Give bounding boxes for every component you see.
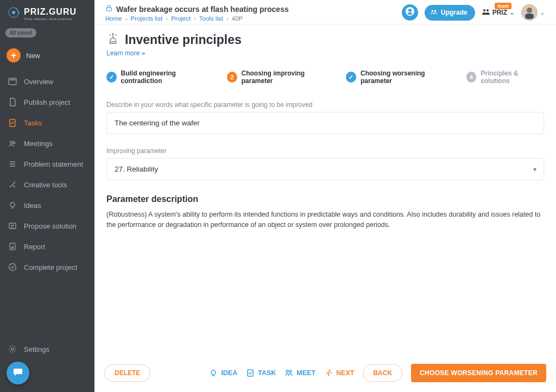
assistant-button[interactable] bbox=[402, 4, 418, 21]
step-label: Build engineering contradiction bbox=[121, 69, 212, 85]
crumb-sep: › bbox=[125, 15, 128, 22]
svg-point-13 bbox=[10, 203, 15, 207]
bulb-icon bbox=[8, 200, 17, 210]
svg-rect-15 bbox=[9, 223, 16, 229]
sidebar-item-overview[interactable]: Overview bbox=[0, 71, 94, 92]
idea-button[interactable]: IDEA bbox=[209, 369, 237, 377]
step-label: Principles & solutions bbox=[481, 69, 544, 85]
plus-icon: + bbox=[7, 48, 21, 62]
back-button[interactable]: BACK bbox=[363, 364, 402, 382]
step-3[interactable]: ✓ Choosing worsening parameter bbox=[346, 69, 451, 85]
team-badge: team bbox=[495, 3, 511, 9]
crumb-project[interactable]: Project bbox=[171, 15, 191, 22]
sidebar-item-label: Creative tools bbox=[24, 181, 67, 189]
content: Inventive principles Learn more » ✓ Buil… bbox=[94, 24, 556, 356]
step-4[interactable]: 4 Principles & solutions bbox=[466, 69, 544, 85]
step-number: 4 bbox=[466, 72, 477, 83]
task-icon bbox=[246, 369, 255, 377]
step-2[interactable]: 2 Choosing improving parameter bbox=[227, 69, 331, 85]
improving-label: Improving parameter bbox=[106, 147, 544, 155]
team-switcher[interactable]: team PRIZ ⌄ bbox=[482, 8, 515, 17]
sidebar-item-label: Publish project bbox=[24, 98, 70, 106]
task-button[interactable]: TASK bbox=[246, 369, 276, 377]
upgrade-icon bbox=[430, 8, 438, 17]
check-icon: ✓ bbox=[106, 72, 117, 83]
svg-point-2 bbox=[16, 8, 17, 9]
svg-rect-17 bbox=[11, 247, 12, 249]
sidebar-item-label: Propose solution bbox=[24, 222, 77, 230]
chevron-down-icon: ⌄ bbox=[509, 9, 515, 16]
svg-rect-18 bbox=[12, 246, 14, 249]
sidebar-item-label: Overview bbox=[24, 78, 53, 86]
brand-mark-icon bbox=[7, 5, 21, 22]
svg-rect-5 bbox=[9, 78, 16, 85]
clipboard-icon bbox=[8, 118, 17, 128]
crumb-projects-list[interactable]: Projects list bbox=[131, 15, 163, 22]
sidebar-nav: Overview Publish project Tasks Meetings … bbox=[0, 71, 94, 277]
svg-point-20 bbox=[11, 348, 14, 350]
stepper: ✓ Build engineering contradiction 2 Choo… bbox=[106, 69, 544, 85]
chat-icon bbox=[12, 366, 23, 380]
meet-button[interactable]: MEET bbox=[285, 369, 315, 377]
svg-rect-33 bbox=[110, 42, 116, 43]
page-title: Inventive principles bbox=[125, 33, 242, 47]
sidebar-item-complete[interactable]: Complete project bbox=[0, 257, 94, 277]
svg-rect-24 bbox=[408, 12, 412, 15]
step-label: Choosing improving parameter bbox=[242, 69, 331, 85]
chevron-down-icon: ⌄ bbox=[540, 9, 545, 16]
svg-point-4 bbox=[18, 12, 20, 14]
svg-point-28 bbox=[486, 9, 489, 11]
user-menu[interactable]: ⌄ bbox=[521, 4, 545, 21]
document-icon bbox=[8, 97, 17, 107]
param-desc-body: (Robustness) A system's ability to perfo… bbox=[106, 210, 544, 230]
sidebar-item-meetings[interactable]: Meetings bbox=[0, 133, 94, 154]
people-icon bbox=[8, 138, 17, 148]
complete-icon bbox=[8, 262, 17, 272]
improving-select[interactable]: 27. Reliability bbox=[106, 158, 544, 180]
breadcrumb: Home › Projects list › Project › Tools l… bbox=[105, 15, 289, 22]
brand-name: PRIZ.GURU bbox=[24, 7, 77, 17]
running-icon bbox=[324, 369, 333, 377]
sidebar-item-creative[interactable]: Creative tools bbox=[0, 174, 94, 195]
chat-widget[interactable] bbox=[7, 362, 29, 384]
crumb-current: 40P bbox=[232, 15, 243, 22]
meet-label: MEET bbox=[296, 369, 315, 377]
principles-icon bbox=[106, 32, 119, 47]
next-label: NEXT bbox=[336, 369, 354, 377]
svg-point-34 bbox=[211, 370, 216, 375]
step-1[interactable]: ✓ Build engineering contradiction bbox=[106, 69, 212, 85]
crumb-home[interactable]: Home bbox=[105, 15, 122, 22]
brand-logo[interactable]: PRIZ.GURU Think different, think inventi… bbox=[0, 0, 94, 25]
choose-worsening-button[interactable]: CHOOSE WORSENING PARAMETER bbox=[411, 364, 546, 382]
sidebar-item-label: Complete project bbox=[24, 263, 77, 271]
sidebar-item-propose[interactable]: Propose solution bbox=[0, 216, 94, 236]
svg-point-9 bbox=[13, 142, 15, 144]
crumb-sep: › bbox=[194, 15, 196, 22]
sidebar-item-report[interactable]: Report bbox=[0, 236, 94, 257]
svg-point-25 bbox=[432, 10, 434, 12]
team-icon bbox=[482, 8, 490, 17]
list-icon bbox=[8, 159, 17, 169]
new-button[interactable]: + New bbox=[0, 43, 94, 68]
svg-point-37 bbox=[286, 370, 288, 372]
footer-bar: DELETE IDEA TASK MEET NEXT BACK CHOOSE W… bbox=[94, 356, 556, 392]
svg-point-23 bbox=[408, 9, 412, 12]
meet-icon bbox=[285, 369, 293, 377]
crumb-tools-list[interactable]: Tools list bbox=[199, 15, 223, 22]
describe-input[interactable] bbox=[106, 112, 544, 134]
svg-point-8 bbox=[10, 141, 12, 143]
lock-open-icon bbox=[105, 4, 113, 14]
sidebar-item-publish[interactable]: Publish project bbox=[0, 92, 94, 112]
sidebar-item-tasks[interactable]: Tasks bbox=[0, 112, 94, 133]
sidebar-item-settings[interactable]: Settings bbox=[0, 338, 94, 361]
next-button[interactable]: NEXT bbox=[324, 369, 354, 377]
svg-point-30 bbox=[527, 8, 532, 13]
bulb-icon bbox=[209, 369, 218, 377]
svg-point-26 bbox=[434, 10, 437, 12]
upgrade-button[interactable]: Upgrade bbox=[425, 5, 475, 21]
learn-more-link[interactable]: Learn more » bbox=[106, 49, 145, 57]
delete-button[interactable]: DELETE bbox=[104, 364, 150, 382]
sidebar-item-ideas[interactable]: Ideas bbox=[0, 195, 94, 216]
sidebar-item-label: Tasks bbox=[24, 119, 42, 127]
sidebar-item-problem[interactable]: Problem statement bbox=[0, 154, 94, 174]
